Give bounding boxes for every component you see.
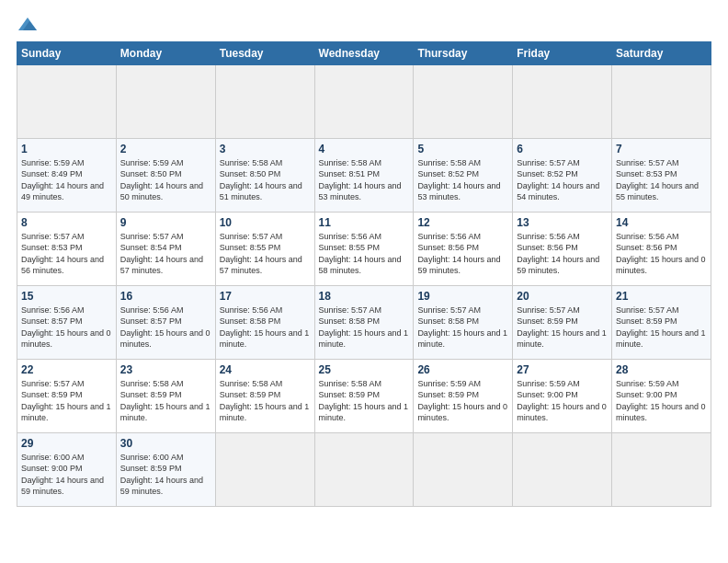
calendar-cell xyxy=(612,64,711,138)
calendar-cell: 21Sunrise: 5:57 AMSunset: 8:59 PMDayligh… xyxy=(612,285,711,359)
day-number: 23 xyxy=(120,363,211,376)
calendar-week-5: 29Sunrise: 6:00 AMSunset: 9:00 PMDayligh… xyxy=(17,432,711,506)
calendar-week-1: 1Sunrise: 5:59 AMSunset: 8:49 PMDaylight… xyxy=(17,138,711,212)
cell-info: Sunrise: 5:57 AMSunset: 8:59 PMDaylight:… xyxy=(517,304,608,350)
day-number: 18 xyxy=(319,290,410,303)
day-number: 8 xyxy=(21,216,112,229)
day-number: 19 xyxy=(417,290,508,303)
cell-info: Sunrise: 5:59 AMSunset: 9:00 PMDaylight:… xyxy=(616,378,707,424)
calendar-cell: 27Sunrise: 5:59 AMSunset: 9:00 PMDayligh… xyxy=(513,359,612,432)
calendar-cell: 18Sunrise: 5:57 AMSunset: 8:58 PMDayligh… xyxy=(314,285,414,359)
day-number: 6 xyxy=(517,143,608,155)
day-number: 13 xyxy=(517,216,608,229)
calendar-cell xyxy=(116,64,215,138)
day-number: 9 xyxy=(120,216,211,229)
calendar-cell xyxy=(314,64,414,138)
day-number: 3 xyxy=(220,143,311,155)
cell-info: Sunrise: 5:57 AMSunset: 8:54 PMDaylight:… xyxy=(120,231,211,277)
cell-info: Sunrise: 5:57 AMSunset: 8:59 PMDaylight:… xyxy=(616,304,707,350)
day-number: 22 xyxy=(21,363,112,376)
calendar-cell: 22Sunrise: 5:57 AMSunset: 8:59 PMDayligh… xyxy=(17,359,117,432)
day-number: 20 xyxy=(517,290,608,303)
day-number: 25 xyxy=(319,363,410,376)
cell-info: Sunrise: 5:56 AMSunset: 8:55 PMDaylight:… xyxy=(319,231,410,277)
cell-info: Sunrise: 5:59 AMSunset: 9:00 PMDaylight:… xyxy=(517,378,608,424)
logo-text xyxy=(17,15,37,32)
cell-info: Sunrise: 5:58 AMSunset: 8:59 PMDaylight:… xyxy=(319,378,410,424)
logo-icon xyxy=(18,17,37,30)
header-day-tuesday: Tuesday xyxy=(215,41,314,64)
day-number: 15 xyxy=(21,290,112,303)
calendar-week-2: 8Sunrise: 5:57 AMSunset: 8:53 PMDaylight… xyxy=(17,212,711,285)
day-number: 5 xyxy=(417,143,508,155)
calendar-cell: 28Sunrise: 5:59 AMSunset: 9:00 PMDayligh… xyxy=(612,359,711,432)
cell-info: Sunrise: 5:59 AMSunset: 8:59 PMDaylight:… xyxy=(417,378,508,424)
cell-info: Sunrise: 5:57 AMSunset: 8:55 PMDaylight:… xyxy=(220,231,311,277)
cell-info: Sunrise: 5:59 AMSunset: 8:49 PMDaylight:… xyxy=(21,157,112,203)
day-number: 14 xyxy=(616,216,707,229)
cell-info: Sunrise: 5:56 AMSunset: 8:57 PMDaylight:… xyxy=(21,304,112,350)
calendar-cell: 19Sunrise: 5:57 AMSunset: 8:58 PMDayligh… xyxy=(414,285,513,359)
cell-info: Sunrise: 6:00 AMSunset: 9:00 PMDaylight:… xyxy=(21,452,112,498)
calendar-cell: 30Sunrise: 6:00 AMSunset: 8:59 PMDayligh… xyxy=(116,432,215,506)
calendar-cell: 10Sunrise: 5:57 AMSunset: 8:55 PMDayligh… xyxy=(215,212,314,285)
header-day-sunday: Sunday xyxy=(17,41,117,64)
calendar-cell: 1Sunrise: 5:59 AMSunset: 8:49 PMDaylight… xyxy=(17,138,117,212)
calendar-cell xyxy=(513,64,612,138)
calendar-cell: 7Sunrise: 5:57 AMSunset: 8:53 PMDaylight… xyxy=(612,138,711,212)
calendar-cell: 23Sunrise: 5:58 AMSunset: 8:59 PMDayligh… xyxy=(116,359,215,432)
day-number: 11 xyxy=(319,216,410,229)
header-day-friday: Friday xyxy=(513,41,612,64)
header-day-wednesday: Wednesday xyxy=(314,41,414,64)
calendar-cell: 13Sunrise: 5:56 AMSunset: 8:56 PMDayligh… xyxy=(513,212,612,285)
calendar-cell: 29Sunrise: 6:00 AMSunset: 9:00 PMDayligh… xyxy=(17,432,117,506)
calendar-cell: 3Sunrise: 5:58 AMSunset: 8:50 PMDaylight… xyxy=(215,138,314,212)
calendar-cell xyxy=(414,64,513,138)
day-number: 28 xyxy=(616,363,707,376)
cell-info: Sunrise: 5:58 AMSunset: 8:59 PMDaylight:… xyxy=(220,378,311,424)
calendar-cell: 9Sunrise: 5:57 AMSunset: 8:54 PMDaylight… xyxy=(116,212,215,285)
calendar-header-row: SundayMondayTuesdayWednesdayThursdayFrid… xyxy=(17,41,711,64)
calendar-cell: 2Sunrise: 5:59 AMSunset: 8:50 PMDaylight… xyxy=(116,138,215,212)
day-number: 4 xyxy=(319,143,410,155)
day-number: 7 xyxy=(616,143,707,155)
header-day-monday: Monday xyxy=(116,41,215,64)
calendar-cell: 15Sunrise: 5:56 AMSunset: 8:57 PMDayligh… xyxy=(17,285,117,359)
calendar-cell: 11Sunrise: 5:56 AMSunset: 8:55 PMDayligh… xyxy=(314,212,414,285)
calendar-body: 1Sunrise: 5:59 AMSunset: 8:49 PMDaylight… xyxy=(17,64,711,506)
cell-info: Sunrise: 5:57 AMSunset: 8:58 PMDaylight:… xyxy=(319,304,410,350)
day-number: 17 xyxy=(220,290,311,303)
cell-info: Sunrise: 5:57 AMSunset: 8:52 PMDaylight:… xyxy=(517,157,608,203)
calendar-cell: 16Sunrise: 5:56 AMSunset: 8:57 PMDayligh… xyxy=(116,285,215,359)
day-number: 1 xyxy=(21,143,112,155)
day-number: 10 xyxy=(220,216,311,229)
calendar-cell xyxy=(513,432,612,506)
calendar-cell: 6Sunrise: 5:57 AMSunset: 8:52 PMDaylight… xyxy=(513,138,612,212)
cell-info: Sunrise: 5:56 AMSunset: 8:56 PMDaylight:… xyxy=(517,231,608,277)
day-number: 30 xyxy=(120,437,211,450)
day-number: 29 xyxy=(21,437,112,450)
day-number: 2 xyxy=(120,143,211,155)
calendar-cell: 14Sunrise: 5:56 AMSunset: 8:56 PMDayligh… xyxy=(612,212,711,285)
cell-info: Sunrise: 5:59 AMSunset: 8:50 PMDaylight:… xyxy=(120,157,211,203)
calendar-week-4: 22Sunrise: 5:57 AMSunset: 8:59 PMDayligh… xyxy=(17,359,711,432)
cell-info: Sunrise: 5:57 AMSunset: 8:58 PMDaylight:… xyxy=(417,304,508,350)
calendar-table: SundayMondayTuesdayWednesdayThursdayFrid… xyxy=(17,41,711,507)
logo xyxy=(17,15,37,32)
cell-info: Sunrise: 6:00 AMSunset: 8:59 PMDaylight:… xyxy=(120,452,211,498)
calendar-cell: 5Sunrise: 5:58 AMSunset: 8:52 PMDaylight… xyxy=(414,138,513,212)
calendar-week-3: 15Sunrise: 5:56 AMSunset: 8:57 PMDayligh… xyxy=(17,285,711,359)
day-number: 24 xyxy=(220,363,311,376)
cell-info: Sunrise: 5:56 AMSunset: 8:58 PMDaylight:… xyxy=(220,304,311,350)
day-number: 26 xyxy=(417,363,508,376)
calendar-cell: 26Sunrise: 5:59 AMSunset: 8:59 PMDayligh… xyxy=(414,359,513,432)
day-number: 16 xyxy=(120,290,211,303)
calendar-cell xyxy=(414,432,513,506)
cell-info: Sunrise: 5:58 AMSunset: 8:50 PMDaylight:… xyxy=(220,157,311,203)
calendar-cell xyxy=(314,432,414,506)
header-day-thursday: Thursday xyxy=(414,41,513,64)
cell-info: Sunrise: 5:56 AMSunset: 8:56 PMDaylight:… xyxy=(417,231,508,277)
calendar-cell: 25Sunrise: 5:58 AMSunset: 8:59 PMDayligh… xyxy=(314,359,414,432)
cell-info: Sunrise: 5:57 AMSunset: 8:53 PMDaylight:… xyxy=(616,157,707,203)
cell-info: Sunrise: 5:58 AMSunset: 8:52 PMDaylight:… xyxy=(417,157,508,203)
